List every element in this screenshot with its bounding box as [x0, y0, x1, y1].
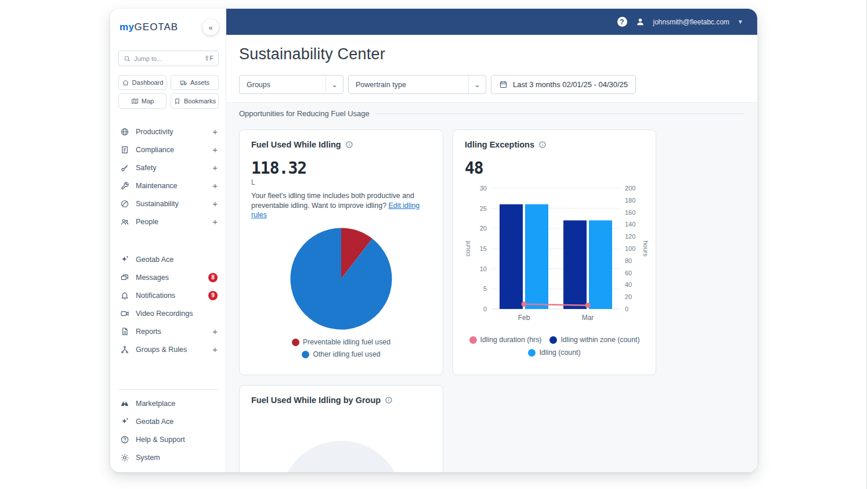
sidebar-item-reports[interactable]: Reports+: [118, 322, 219, 340]
app-window: myGEOTAB « Jump to... ⇧F DashboardAssets…: [110, 9, 757, 472]
legend-label: Other idling fuel used: [313, 350, 380, 358]
expand-plus-icon[interactable]: +: [212, 127, 218, 136]
svg-text:20: 20: [625, 293, 632, 300]
expand-plus-icon[interactable]: +: [212, 199, 218, 208]
legend-label: Idling duration (hrs): [480, 336, 542, 344]
legend-item-idling-within-zone-count[interactable]: Idling within zone (count): [549, 336, 639, 344]
legend-swatch: [292, 339, 299, 346]
topbar: ? johnsmith@fleetabc.com ▼: [226, 9, 757, 35]
fuel-idling-value: 118.32: [251, 159, 431, 178]
menu-item-label: Safety: [136, 164, 206, 172]
notifications-badge: 9: [208, 291, 218, 300]
legend-label: Preventable idling fuel used: [303, 338, 390, 346]
user-icon[interactable]: [635, 17, 645, 27]
svg-text:60: 60: [625, 269, 632, 276]
fuel-idling-unit: L: [251, 178, 431, 186]
search-icon: [124, 55, 131, 62]
menu-item-label: Help & Support: [136, 436, 218, 444]
sidebar-item-safety[interactable]: Safety+: [118, 159, 219, 177]
section-divider: [375, 113, 743, 114]
bar-idling-within-zone-count-mar: [563, 220, 587, 309]
expand-plus-icon[interactable]: +: [212, 181, 218, 190]
svg-text:0: 0: [483, 305, 487, 312]
sidebar-item-video-recordings[interactable]: Video Recordings: [118, 304, 219, 322]
sidebar-item-productivity[interactable]: Productivity+: [118, 123, 219, 141]
messages-badge: 8: [208, 273, 218, 282]
legend-swatch: [469, 336, 477, 344]
quick-button-bookmarks[interactable]: Bookmarks: [171, 94, 219, 109]
sidebar-collapse-button[interactable]: «: [202, 19, 219, 35]
sidebar-footer-item-geotab-ace[interactable]: Geotab Ace: [118, 412, 219, 430]
screen: myGEOTAB « Jump to... ⇧F DashboardAssets…: [0, 0, 868, 489]
fuel-idling-pie-chart: [290, 228, 392, 330]
menu-item-label: System: [136, 454, 218, 462]
quick-button-assets[interactable]: Assets: [171, 75, 219, 90]
menu-item-label: People: [136, 218, 206, 226]
expand-plus-icon[interactable]: +: [212, 344, 218, 354]
legend-label: Idling within zone (count): [560, 336, 639, 344]
groups-filter-select[interactable]: Groups ⌄: [239, 75, 343, 94]
chat-icon: [120, 272, 129, 282]
line-point-mar: [585, 303, 591, 308]
powertrain-filter-select[interactable]: Powertrain type ⌄: [348, 75, 486, 94]
legend-item-idling-count[interactable]: Idling (count): [528, 348, 580, 357]
expand-plus-icon[interactable]: +: [212, 145, 218, 154]
mygeotab-logo: myGEOTAB: [120, 21, 178, 33]
legend-item-other-idling-fuel-used[interactable]: Other idling fuel used: [302, 350, 380, 358]
legend-item-preventable-idling-fuel-used[interactable]: Preventable idling fuel used: [292, 338, 390, 346]
fuel-idling-card: Fuel Used While Idling 118.32 L Your fle…: [239, 130, 443, 375]
sidebar-footer-item-help-support[interactable]: Help & Support: [118, 430, 219, 448]
search-input[interactable]: Jump to... ⇧F: [118, 51, 219, 66]
hierarchy-icon: [120, 344, 129, 354]
expand-plus-icon[interactable]: +: [212, 217, 218, 226]
expand-plus-icon[interactable]: +: [212, 163, 218, 172]
menu-item-label: Maintenance: [136, 182, 206, 190]
expand-plus-icon[interactable]: +: [212, 326, 218, 336]
sidebar-item-messages[interactable]: Messages8: [118, 268, 219, 286]
date-range-label: Last 3 months 02/01/25 - 04/30/25: [513, 80, 628, 89]
info-icon[interactable]: [385, 396, 393, 404]
pie-legend: Preventable idling fuel usedOther idling…: [251, 338, 431, 358]
info-icon[interactable]: [538, 141, 547, 149]
sidebar-item-groups-rules[interactable]: Groups & Rules+: [118, 340, 219, 358]
sidebar-footer-item-system[interactable]: System: [118, 448, 219, 466]
sidebar-item-people[interactable]: People+: [118, 213, 219, 231]
logo-my: my: [120, 21, 135, 33]
sparkle-icon: [120, 254, 129, 264]
sidebar-item-compliance[interactable]: Compliance+: [118, 141, 219, 159]
wrench-icon: [120, 181, 129, 190]
quick-button-map[interactable]: Map: [118, 94, 167, 109]
menu-item-label: Compliance: [136, 146, 206, 154]
page-header: Sustainability Center Groups ⌄ Powertrai…: [226, 35, 757, 102]
section-header: Opportunities for Reducing Fuel Usage: [239, 109, 744, 118]
quick-button-label: Map: [142, 98, 154, 105]
gear-icon: [120, 452, 129, 462]
sidebar-footer-item-marketplace[interactable]: Marketplace: [118, 394, 219, 412]
svg-text:Mar: Mar: [582, 314, 594, 322]
legend-item-idling-duration-hrs[interactable]: Idling duration (hrs): [469, 336, 542, 344]
menu-item-label: Marketplace: [136, 400, 218, 408]
help-icon[interactable]: ?: [617, 17, 627, 27]
user-email[interactable]: johnsmith@fleetabc.com: [653, 18, 730, 26]
legend-swatch: [549, 336, 557, 344]
sidebar-item-sustainability[interactable]: Sustainability+: [118, 195, 219, 213]
bar-legend: Idling duration (hrs)Idling within zone …: [465, 336, 644, 357]
svg-text:25: 25: [480, 205, 487, 212]
caret-down-icon[interactable]: ▼: [737, 19, 743, 25]
placeholder-pie-chart: [280, 441, 403, 472]
svg-text:15: 15: [480, 245, 487, 252]
page-scrollbar[interactable]: [866, 0, 867, 489]
sidebar-item-notifications[interactable]: Notifications9: [118, 286, 219, 304]
card-title: Fuel Used While Idling: [251, 140, 341, 149]
info-icon[interactable]: [345, 141, 353, 149]
date-range-button[interactable]: Last 3 months 02/01/25 - 04/30/25: [491, 75, 636, 94]
chevron-down-icon: ⌄: [326, 75, 343, 94]
quick-button-dashboard[interactable]: Dashboard: [118, 75, 167, 90]
sidebar-spacer: [118, 358, 219, 389]
svg-text:200: 200: [625, 185, 635, 192]
search-placeholder: Jump to...: [134, 55, 201, 62]
card-title: Idling Exceptions: [465, 140, 534, 149]
sidebar-item-geotab-ace[interactable]: Geotab Ace: [118, 250, 219, 268]
section-title: Opportunities for Reducing Fuel Usage: [239, 109, 370, 118]
sidebar-item-maintenance[interactable]: Maintenance+: [118, 177, 219, 195]
